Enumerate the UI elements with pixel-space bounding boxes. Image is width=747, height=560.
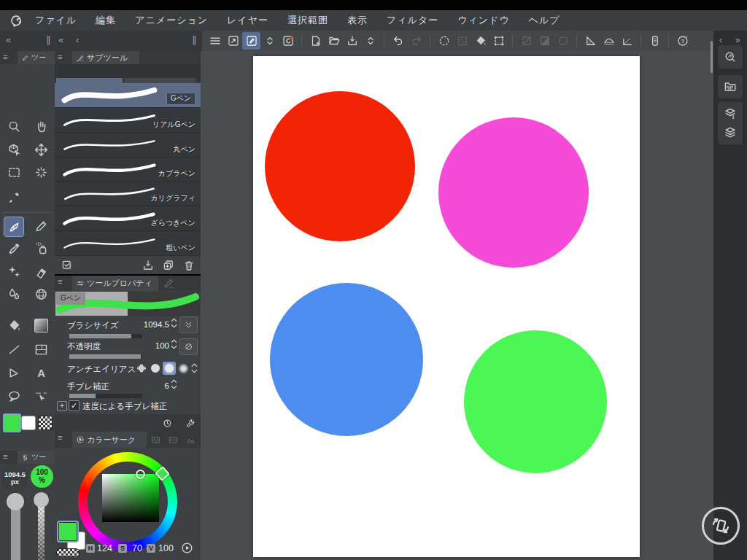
pen-tool[interactable] xyxy=(4,217,24,237)
deselect-icon[interactable] xyxy=(517,32,535,50)
tab-tool-property[interactable]: ツールプロパティ xyxy=(72,276,158,291)
frame-border-tool[interactable] xyxy=(31,340,50,359)
layer-palette-button[interactable] xyxy=(723,125,738,140)
figure-tool[interactable] xyxy=(4,340,23,359)
decoration-tool[interactable] xyxy=(4,262,23,281)
menu-help[interactable]: ヘルプ xyxy=(519,14,570,27)
save-icon[interactable] xyxy=(343,32,361,50)
reset-settings-icon[interactable] xyxy=(157,414,177,432)
brush-tool[interactable] xyxy=(4,238,23,257)
snap-to-ruler-icon[interactable] xyxy=(581,32,600,50)
tab-tool[interactable]: ツー xyxy=(18,51,55,64)
antialias-strong-button[interactable] xyxy=(177,362,190,375)
toolbar-expand-chevrons-icon[interactable] xyxy=(260,32,279,50)
antialias-middle-button[interactable] xyxy=(163,362,176,375)
help-icon[interactable]: ? xyxy=(673,32,692,50)
opacity-stepper[interactable] xyxy=(171,338,178,351)
move-layer-tool[interactable] xyxy=(31,140,50,159)
opacity-slider-knob[interactable] xyxy=(34,492,49,508)
collapse-tool-panel-icon[interactable]: « xyxy=(6,34,11,45)
clip-studio-app-icon[interactable] xyxy=(279,32,297,50)
balloon-tool[interactable] xyxy=(4,386,23,405)
main-color-swatch[interactable] xyxy=(57,521,79,542)
antialias-weak-button[interactable] xyxy=(149,362,162,375)
zoom-tool[interactable] xyxy=(4,117,23,136)
layer-property-button[interactable] xyxy=(723,106,738,121)
antialias-stepper[interactable] xyxy=(191,362,198,375)
multi-select-check-icon[interactable] xyxy=(56,256,78,274)
ruler-tool[interactable] xyxy=(4,363,23,382)
clip-studio-logo-icon[interactable] xyxy=(7,12,26,29)
operation-tool[interactable] xyxy=(4,140,23,159)
brush-item-coarse-pen[interactable]: 粗いペン xyxy=(55,231,201,256)
brush-item-g-pen[interactable]: Gペン xyxy=(55,83,201,108)
invert-selection-icon[interactable] xyxy=(535,32,554,50)
fullscreen-icon[interactable] xyxy=(224,32,242,50)
companion-mode-icon[interactable] xyxy=(646,32,664,50)
brush-item-rough-texture-pen[interactable]: ざらつきペン xyxy=(55,206,201,231)
save-expand-chevrons-icon[interactable] xyxy=(361,32,379,50)
menu-window[interactable]: ウィンドウ xyxy=(448,14,519,27)
menu-filter[interactable]: フィルター xyxy=(377,14,448,27)
pen-mode-icon[interactable] xyxy=(242,32,260,50)
auto-select-tool[interactable] xyxy=(31,163,50,182)
new-canvas-icon[interactable] xyxy=(306,32,325,50)
brush-size-value[interactable]: 1094.5 xyxy=(133,320,169,329)
sub-color-swatch[interactable] xyxy=(21,416,36,430)
menu-animation[interactable]: アニメーション xyxy=(125,14,217,27)
panel-menu-icon[interactable]: ≡ xyxy=(58,52,62,61)
panel-menu-icon[interactable]: ≡ xyxy=(3,452,7,461)
stabilization-stepper[interactable] xyxy=(171,378,178,391)
fill-bucket-icon[interactable] xyxy=(471,32,489,50)
transform-frame-icon[interactable] xyxy=(489,32,508,50)
panel-menu-icon[interactable]: ≡ xyxy=(58,433,62,442)
tab-mini-tool[interactable]: ツー xyxy=(18,451,55,464)
saturation-value-marker[interactable] xyxy=(136,470,145,479)
selection-border-icon[interactable] xyxy=(554,32,572,50)
tab-subtool[interactable]: サブツール xyxy=(72,51,139,64)
opacity-value[interactable]: 100 xyxy=(140,341,169,350)
hue-value[interactable]: 124 xyxy=(97,543,112,553)
liquify-tool[interactable] xyxy=(31,284,50,303)
brush-item-maru-pen[interactable]: 丸ペン xyxy=(55,133,201,158)
tab-color-slider-icon[interactable] xyxy=(166,432,181,448)
menu-file[interactable]: ファイル xyxy=(26,14,86,27)
tab-color-set-icon[interactable] xyxy=(148,432,163,448)
text-tool[interactable]: A xyxy=(31,363,50,382)
canvas-area[interactable] xyxy=(201,51,713,560)
stabilization-slider[interactable] xyxy=(69,394,142,398)
undo-icon[interactable] xyxy=(389,32,407,50)
panel-drag-handle-icon[interactable]: ∥ xyxy=(46,34,51,45)
stabilization-value[interactable]: 6 xyxy=(147,381,169,390)
import-subtool-icon[interactable] xyxy=(138,256,158,274)
menu-layer[interactable]: レイヤー xyxy=(217,14,278,27)
wrench-icon[interactable] xyxy=(180,414,201,432)
selection-tool[interactable] xyxy=(4,163,23,182)
tab-color-circle[interactable]: カラーサーク xyxy=(72,432,147,448)
panel-menu-icon[interactable]: ≡ xyxy=(58,277,62,286)
canvas-scrollbar[interactable] xyxy=(711,41,713,73)
speed-stabilization-checkbox[interactable]: ✓ xyxy=(69,400,80,411)
reset-rotation-button[interactable] xyxy=(702,507,740,545)
pencil-tool[interactable] xyxy=(31,217,50,236)
eyedropper-tool[interactable] xyxy=(4,187,23,206)
transparent-color-button[interactable] xyxy=(56,548,80,557)
expand-setting-icon[interactable]: + xyxy=(57,401,67,411)
material-palette-button[interactable] xyxy=(718,75,743,98)
correct-line-tool[interactable] xyxy=(31,386,50,405)
saturation-value-square[interactable] xyxy=(102,474,159,522)
dock-chevron-left-icon[interactable]: ‹ xyxy=(719,35,722,45)
menu-edit[interactable]: 編集 xyxy=(86,14,125,27)
collapse-subtool-panel-icon[interactable]: « xyxy=(58,34,63,45)
brush-item-kabura-pen[interactable]: カブラペン xyxy=(55,158,201,182)
zoom-navigator-button[interactable] xyxy=(718,45,743,69)
snap-to-grid-icon[interactable] xyxy=(618,32,636,50)
hand-tool[interactable] xyxy=(31,117,50,136)
panel-menu-icon[interactable]: ≡ xyxy=(3,52,7,61)
toolbar-menu-icon[interactable] xyxy=(206,32,224,50)
canvas-page[interactable] xyxy=(253,56,640,557)
tab-brush-detail-icon[interactable] xyxy=(160,276,176,291)
brush-size-stepper[interactable] xyxy=(171,316,178,330)
snap-to-special-ruler-icon[interactable] xyxy=(600,32,618,50)
brush-item-calligraphy[interactable]: カリグラフィ xyxy=(55,182,201,206)
